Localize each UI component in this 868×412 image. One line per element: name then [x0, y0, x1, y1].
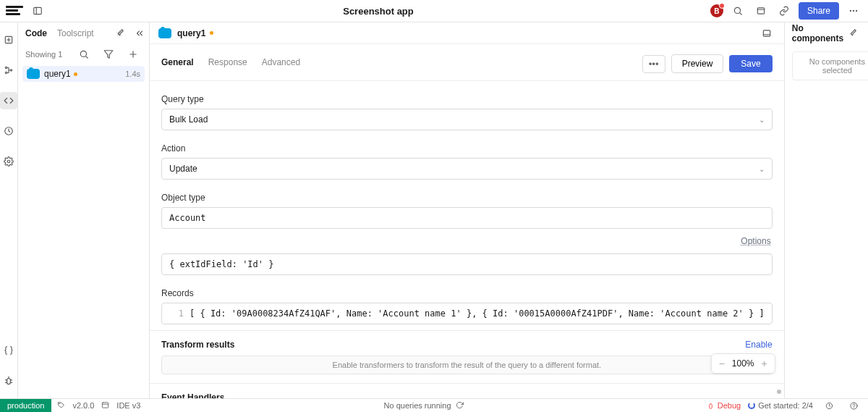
tab-toolscript[interactable]: Toolscript [57, 28, 94, 38]
svg-rect-0 [34, 7, 42, 14]
svg-line-19 [86, 56, 88, 59]
code-icon[interactable] [0, 92, 17, 109]
zoom-control: − 100% + [711, 353, 775, 374]
chevron-down-icon: ⌄ [759, 165, 765, 173]
collapse-left-icon[interactable] [135, 25, 145, 42]
logo[interactable] [6, 2, 23, 20]
settings-icon[interactable] [0, 153, 17, 170]
svg-line-3 [740, 13, 742, 15]
svg-rect-17 [7, 379, 11, 384]
query-item-name: query1 [44, 69, 121, 79]
event-handlers-title: Event Handlers [161, 392, 773, 398]
query-type-select[interactable]: Bulk Load ⌄ [161, 109, 773, 130]
save-button[interactable]: Save [729, 55, 772, 72]
debug-button[interactable]: Debug [707, 401, 741, 410]
salesforce-icon [158, 28, 171, 38]
pin-icon[interactable] [114, 25, 124, 42]
options-link[interactable]: Options [161, 236, 771, 246]
history-icon[interactable] [0, 122, 17, 140]
tag-icon [57, 401, 65, 411]
avatar[interactable]: B [710, 4, 723, 17]
filter-icon[interactable] [100, 46, 117, 63]
share-button[interactable]: Share [799, 2, 839, 20]
get-started-progress[interactable]: Get started: 2/4 [748, 401, 813, 410]
panel-toggle-icon[interactable] [29, 2, 46, 20]
search-queries-icon[interactable] [75, 46, 93, 63]
minimize-editor-icon[interactable] [758, 25, 775, 42]
left-rail [0, 22, 18, 398]
link-icon[interactable] [775, 2, 793, 20]
more-icon[interactable] [845, 2, 862, 20]
tree-icon[interactable] [0, 62, 17, 79]
add-query-icon[interactable] [124, 46, 142, 63]
salesforce-icon [27, 69, 40, 79]
code-panel: Code Toolscript Showing 1 query1 1.4s [18, 22, 150, 398]
ide-version[interactable]: IDE v3 [116, 401, 140, 410]
help-icon[interactable] [845, 397, 862, 412]
records-input[interactable]: 1 [ { Id: '09A0008234AfZ41QAF', Name: 'A… [161, 303, 773, 324]
transform-title: Transform results [161, 340, 234, 350]
preview-button[interactable]: Preview [671, 54, 724, 73]
tab-advanced[interactable]: Advanced [262, 57, 300, 70]
svg-point-25 [59, 403, 60, 403]
svg-point-16 [7, 160, 10, 163]
showing-count: Showing 1 [25, 50, 62, 59]
object-type-input[interactable]: Account [161, 207, 773, 229]
braces-icon[interactable] [0, 342, 17, 359]
svg-rect-4 [757, 8, 764, 14]
zoom-in-button[interactable]: + [762, 358, 767, 369]
enable-transform-link[interactable]: Enable [745, 340, 772, 350]
version-label[interactable]: v2.0.0 [72, 401, 94, 410]
pin-icon[interactable] [843, 25, 861, 42]
object-type-label: Object type [161, 193, 773, 203]
svg-marker-20 [104, 51, 113, 59]
queries-running-status: No queries running [384, 401, 451, 410]
query-item-time: 1.4s [125, 70, 140, 78]
zoom-out-button[interactable]: − [719, 358, 725, 369]
action-select[interactable]: Update ⌄ [161, 158, 773, 180]
svg-rect-26 [103, 402, 109, 407]
ext-id-field-input[interactable]: { extIdField: 'Id' } [161, 253, 773, 275]
window-icon[interactable] [752, 2, 770, 20]
tab-response[interactable]: Response [208, 57, 247, 70]
ide-icon [101, 401, 109, 411]
spinner-icon [748, 402, 755, 409]
svg-point-7 [853, 10, 854, 11]
query-type-label: Query type [161, 94, 773, 104]
refresh-icon[interactable] [456, 401, 464, 411]
app-header: Screenshot app B Share [0, 0, 868, 22]
bug-icon[interactable] [0, 372, 17, 390]
tab-code[interactable]: Code [25, 28, 47, 38]
tab-general[interactable]: General [161, 57, 194, 70]
add-icon[interactable] [0, 31, 17, 49]
chevron-down-icon: ⌄ [759, 116, 765, 124]
line-number: 1 [169, 308, 184, 319]
environment-tag[interactable]: production [0, 399, 51, 412]
svg-rect-23 [763, 30, 770, 35]
records-label: Records [161, 288, 773, 298]
zoom-value: 100% [732, 358, 754, 369]
inspector-empty-state: No components selected [792, 51, 868, 80]
collapse-right-icon[interactable] [865, 25, 868, 42]
transform-hint: Enable transformers to transform the res… [161, 356, 773, 374]
unsaved-dot-icon [210, 31, 213, 35]
inspector-title: No components [792, 23, 843, 43]
query-list-item[interactable]: query1 1.4s [22, 66, 145, 82]
svg-rect-28 [709, 403, 712, 408]
search-icon[interactable] [729, 2, 746, 20]
status-bar: production v2.0.0 IDE v3 No queries runn… [0, 398, 868, 412]
unsaved-dot-icon [74, 72, 77, 76]
history-footer-icon[interactable] [820, 397, 838, 412]
editor-panel: query1 General Response Advanced ••• Pre… [150, 22, 784, 398]
editor-title: query1 [177, 28, 213, 38]
action-label: Action [161, 143, 773, 154]
svg-point-8 [856, 10, 857, 11]
svg-point-6 [850, 10, 851, 11]
inspector-panel: No components No components selected [784, 22, 868, 398]
editor-more-button[interactable]: ••• [642, 55, 665, 73]
app-title: Screenshot app [52, 6, 705, 17]
